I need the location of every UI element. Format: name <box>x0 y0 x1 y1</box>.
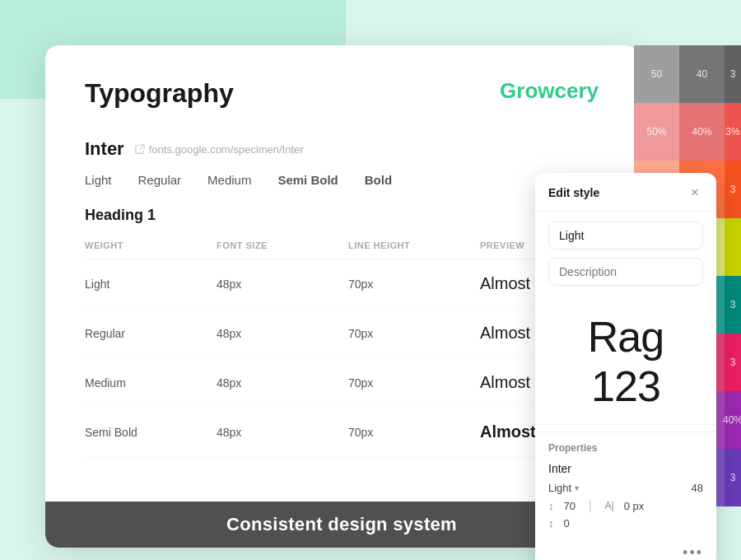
font-link: fonts.google.com/specimen/Inter <box>134 143 304 156</box>
palette-cell: 3 <box>725 276 741 334</box>
divider <box>535 424 716 425</box>
panel-title: Edit style <box>548 186 599 199</box>
row-weight: Light <box>85 278 217 291</box>
row-font-size: 48px <box>217 278 348 291</box>
palette-cell <box>725 218 741 276</box>
font-name-row: Inter fonts.google.com/specimen/Inter <box>85 138 599 160</box>
palette-cell: 50% <box>634 103 679 161</box>
section-title: Heading 1 <box>85 207 599 224</box>
panel-body <box>535 212 716 296</box>
prop-line-height-row: ↕ 70 | A| 0 px <box>548 499 703 512</box>
properties-title: Properties <box>548 442 703 454</box>
banner-text: Consistent design system <box>226 514 457 535</box>
row-line-height: 70px <box>348 426 480 439</box>
table-header: WEIGHT FONT SIZE LINE HEIGHT PREVIEW <box>85 240 599 259</box>
heading-section: Heading 1 WEIGHT FONT SIZE LINE HEIGHT P… <box>85 207 599 457</box>
row-line-height: 70px <box>348 327 480 340</box>
row-font-size: 48px <box>217 327 348 340</box>
row-font-size: 48px <box>217 376 348 390</box>
style-description-input[interactable] <box>548 258 703 286</box>
style-name-input[interactable] <box>548 222 703 250</box>
palette-cell: 40% <box>725 391 741 449</box>
palette-cell: 50 <box>634 45 679 103</box>
row-line-height: 70px <box>348 376 480 390</box>
line-height-icon: ↕ <box>548 500 554 512</box>
palette-cell: 3 <box>725 45 741 103</box>
row-weight: Semi Bold <box>85 426 217 439</box>
edit-style-panel: Edit style × Rag 123 Properties Inter Li… <box>535 173 716 560</box>
palette-cell: 40 <box>679 45 725 103</box>
weight-regular: Regular <box>138 173 182 187</box>
row-weight: Medium <box>85 376 217 390</box>
palette-cell: 3 <box>725 161 741 218</box>
table-row: Light 48px 70px Almost before we kne <box>85 259 599 309</box>
palette-cell: 40% <box>679 103 725 161</box>
card-header: Typography Growcery <box>85 78 599 109</box>
prop-paragraph-spacing-row: ↕ 0 <box>548 517 703 530</box>
page-title: Typography <box>85 78 234 109</box>
row-weight: Regular <box>85 327 217 340</box>
prop-font-name: Inter <box>548 462 703 475</box>
link-icon <box>134 143 146 155</box>
more-dots-icon: ••• <box>683 544 703 560</box>
prop-weight-value: Light <box>548 482 571 494</box>
prop-size: 48 <box>692 482 703 494</box>
palette-row: 50% 40% 3% <box>634 103 741 161</box>
weight-light: Light <box>85 173 112 187</box>
chevron-down-icon: ▾ <box>575 483 579 492</box>
table-row: Regular 48px 70px Almost before we kne <box>85 309 599 358</box>
font-name: Inter <box>85 138 124 160</box>
palette-cell: 3 <box>725 334 741 391</box>
prop-weight-select[interactable]: Light ▾ <box>548 482 579 494</box>
font-url: fonts.google.com/specimen/Inter <box>149 143 304 156</box>
panel-header: Edit style × <box>535 173 716 212</box>
paragraph-spacing-icon: ↕ <box>548 517 554 530</box>
weight-semibold: Semi Bold <box>277 173 338 187</box>
prop-weight-row: Light ▾ 48 <box>548 482 703 494</box>
properties-section: Properties Inter Light ▾ 48 ↕ 70 | A| 0 … <box>535 432 716 544</box>
brand-name: Growcery <box>500 78 599 104</box>
rag-preview: Rag 123 <box>535 296 716 424</box>
palette-cell: 3 <box>725 449 741 506</box>
row-line-height: 70px <box>348 278 480 291</box>
prop-letter-spacing: 0 px <box>624 500 645 512</box>
close-button[interactable]: × <box>687 184 703 201</box>
font-section: Inter fonts.google.com/specimen/Inter Li… <box>85 138 599 187</box>
col-font-size: FONT SIZE <box>217 240 348 250</box>
prop-line-height: 70 <box>564 500 576 512</box>
weight-medium: Medium <box>207 173 251 187</box>
col-line-height: LINE HEIGHT <box>348 240 480 250</box>
table-row: Medium 48px 70px Almost before we knew <box>85 358 599 408</box>
prop-paragraph-spacing: 0 <box>564 517 570 530</box>
weight-bold: Bold <box>365 173 392 187</box>
row-font-size: 48px <box>217 426 348 439</box>
palette-row: 50 40 3 <box>634 45 741 103</box>
separator: | <box>589 499 592 512</box>
more-options-button[interactable]: ••• <box>535 544 716 560</box>
col-weight: WEIGHT <box>85 240 217 250</box>
palette-cell: 3% <box>725 103 741 161</box>
font-weights-row: Light Regular Medium Semi Bold Bold <box>85 173 599 187</box>
letter-spacing-icon: A| <box>605 500 614 511</box>
table-row: Semi Bold 48px 70px Almost before we kne <box>85 408 599 457</box>
